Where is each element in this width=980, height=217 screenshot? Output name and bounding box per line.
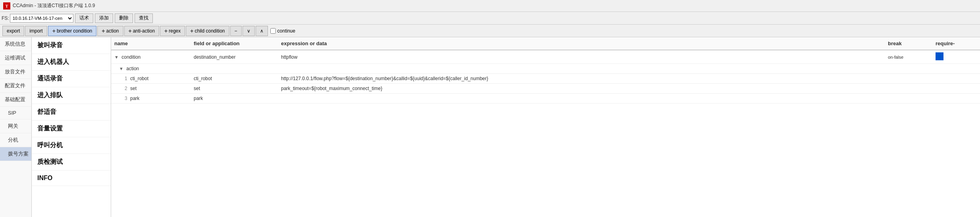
col-name-header: name — [111, 39, 191, 48]
main-layout: 系统信息 运维调试 放音文件 配置文件 基础配置 SIP 网关 分机 拨号方案 … — [0, 37, 980, 217]
child-condition-label: child condition — [194, 28, 225, 34]
continue-checkbox[interactable] — [270, 28, 276, 34]
sidebar-item-basic-config[interactable]: 基础配置 — [0, 93, 31, 107]
sidebar-item-sip[interactable]: SIP — [0, 107, 31, 119]
row-num-2: 2 — [125, 86, 127, 91]
menu-called-recording[interactable]: 被叫录音 — [32, 37, 111, 54]
brother-condition-btn[interactable]: + brother condition — [48, 26, 97, 36]
row3-break — [885, 77, 932, 80]
menu-call-recording[interactable]: 通话录音 — [32, 71, 111, 87]
row5-expression — [278, 97, 885, 100]
add-btn[interactable]: 添加 — [95, 13, 113, 23]
child-condition-btn[interactable]: + child condition — [186, 26, 229, 36]
row5-require — [932, 97, 980, 100]
toggle-condition[interactable]: ▼ — [114, 55, 119, 60]
anti-action-label: anti-action — [133, 28, 155, 34]
table-row[interactable]: 3 park park — [111, 94, 980, 104]
app-icon: T — [3, 2, 10, 10]
up-arrow-btn[interactable]: ∧ — [256, 26, 268, 36]
content-panel: name field or application expression or … — [111, 37, 980, 217]
col-require-header: require- — [932, 39, 980, 48]
table-body: ▼ condition destination_number httpflow … — [111, 50, 980, 217]
menu-volume-setting[interactable]: 音量设置 — [32, 121, 111, 137]
toolbar: FS: 10.0.16.17-VM-16-17-cen 话术 添加 删除 查找 — [0, 12, 980, 25]
menu-panel: 被叫录音 进入机器人 通话录音 进入排队 舒适音 音量设置 呼叫分机 质检测试 … — [32, 37, 111, 217]
down-arrow-btn[interactable]: ∨ — [243, 26, 255, 36]
row4-expression: park_timeout=${robot_maximum_connect_tim… — [278, 84, 885, 92]
menu-comfort-tone[interactable]: 舒适音 — [32, 104, 111, 121]
require-blue-box — [936, 52, 943, 60]
break-on-false: on-false — [888, 55, 903, 60]
col-field-header: field or application — [191, 39, 278, 48]
col-expression-header: expression or data — [278, 39, 885, 48]
row-num-3: 3 — [125, 96, 127, 101]
minus-icon: − — [235, 28, 237, 34]
plus-icon-regex: + — [164, 28, 168, 34]
action-toolbar: export import + brother condition + acti… — [0, 25, 980, 37]
row2-field — [191, 67, 278, 70]
row2-break — [885, 67, 932, 70]
row2-require — [932, 67, 980, 70]
regex-btn[interactable]: + regex — [160, 26, 185, 36]
row4-require — [932, 87, 980, 90]
down-arrow-icon: ∨ — [247, 28, 250, 34]
row5-field: park — [191, 94, 278, 102]
sidebar-item-ops-debug[interactable]: 运维调试 — [0, 51, 31, 65]
plus-icon-action: + — [102, 28, 105, 34]
action-btn[interactable]: + action — [97, 26, 123, 36]
sidebar-item-system-info[interactable]: 系统信息 — [0, 37, 31, 51]
title-bar: T CCAdmin - 顶顶通CTI接口客户端 1.0.9 — [0, 0, 980, 12]
sidebar-item-extension[interactable]: 分机 — [0, 133, 31, 147]
menu-info[interactable]: INFO — [32, 171, 111, 186]
row5-name: 3 park — [111, 94, 191, 102]
row1-field: destination_number — [191, 53, 278, 61]
sidebar-item-dialplan[interactable]: 拨号方案 — [0, 147, 31, 161]
sidebar-item-gateway[interactable]: 网关 — [0, 119, 31, 133]
up-arrow-icon: ∧ — [260, 28, 264, 34]
import-btn[interactable]: import — [25, 26, 47, 36]
action-label: action — [106, 28, 119, 34]
row1-break: on-false — [885, 53, 932, 61]
col-break-header: break — [885, 39, 932, 48]
menu-enter-queue[interactable]: 进入排队 — [32, 87, 111, 104]
row1-expression: httpflow — [278, 53, 885, 61]
row5-break — [885, 97, 932, 100]
table-row[interactable]: ▼ condition destination_number httpflow … — [111, 50, 980, 64]
find-btn[interactable]: 查找 — [135, 13, 153, 23]
menu-call-extension[interactable]: 呼叫分机 — [32, 137, 111, 154]
title-text: CCAdmin - 顶顶通CTI接口客户端 1.0.9 — [13, 2, 95, 9]
anti-action-btn[interactable]: + anti-action — [124, 26, 160, 36]
row2-expression — [278, 67, 885, 70]
sidebar-item-audio-files[interactable]: 放音文件 — [0, 65, 31, 79]
row-num-1: 1 — [125, 76, 127, 81]
sidebar-item-config-files[interactable]: 配置文件 — [0, 79, 31, 93]
delete-btn[interactable]: 删除 — [115, 13, 133, 23]
regex-label: regex — [169, 28, 181, 34]
menu-quality-test[interactable]: 质检测试 — [32, 154, 111, 171]
server-label: FS: — [2, 15, 9, 21]
row3-name: 1 cti_robot — [111, 75, 191, 83]
continue-container: continue — [270, 28, 295, 34]
server-selector: FS: 10.0.16.17-VM-16-17-cen — [2, 14, 73, 23]
row1-name: ▼ condition — [111, 53, 191, 61]
table-row[interactable]: ▼ action — [111, 64, 980, 74]
row3-field: cti_robot — [191, 75, 278, 83]
plus-icon-child: + — [190, 28, 193, 34]
toggle-action[interactable]: ▼ — [119, 66, 123, 71]
row1-require — [932, 51, 980, 63]
brother-condition-label: brother condition — [57, 28, 92, 34]
minus-btn[interactable]: − — [230, 26, 242, 36]
export-btn[interactable]: export — [2, 26, 24, 36]
table-row[interactable]: 1 cti_robot cti_robot http://127.0.0.1/f… — [111, 74, 980, 84]
table-header: name field or application expression or … — [111, 37, 980, 50]
speech-btn[interactable]: 话术 — [75, 13, 93, 23]
continue-label: continue — [277, 28, 295, 34]
menu-enter-robot[interactable]: 进入机器人 — [32, 54, 111, 71]
table-row[interactable]: 2 set set park_timeout=${robot_maximum_c… — [111, 84, 980, 94]
row4-field: set — [191, 84, 278, 92]
sidebar: 系统信息 运维调试 放音文件 配置文件 基础配置 SIP 网关 分机 拨号方案 — [0, 37, 32, 217]
row3-expression: http://127.0.0.1/flow.php?flow=${destina… — [278, 75, 885, 83]
row4-name: 2 set — [111, 84, 191, 92]
row2-name: ▼ action — [111, 65, 191, 73]
server-dropdown[interactable]: 10.0.16.17-VM-16-17-cen — [10, 14, 73, 23]
